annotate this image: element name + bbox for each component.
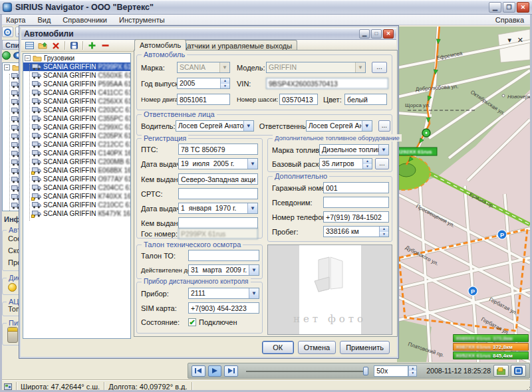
tree-root-row[interactable]: − Грузовики: [23, 54, 130, 62]
menu-item[interactable]: Вид: [31, 15, 57, 25]
panel-close-icon[interactable]: ✕: [517, 36, 523, 45]
connected-checkbox[interactable]: ✔: [188, 318, 196, 326]
vehicle-tree-item[interactable]: SCANIA GRIFFINС550ХЕ 61rus: [23, 71, 130, 80]
vehicle-tree-item[interactable]: SCANIA GRIFFINС203СС 61rus: [23, 106, 130, 114]
year-stepper[interactable]: 2005▲▼: [177, 78, 230, 89]
pts-input[interactable]: [178, 144, 258, 155]
responsible-select[interactable]: Лосев Сергей Анатольевич▼: [306, 120, 372, 132]
vehicle-tree-item[interactable]: SCANIA GRIFFINС256ХХ 61rus: [23, 97, 130, 106]
srts-date-picker[interactable]: 1 января 1970 г.▼: [178, 203, 258, 214]
collapse-icon[interactable]: −: [25, 55, 31, 61]
issue-date-picker[interactable]: 19 июля 2005 г.▼: [178, 158, 258, 169]
vehicle-tree-item[interactable]: SCANIA GRIFFINС212СС 61rus: [23, 140, 130, 149]
vehicle-tree-item[interactable]: SCANIA GRIFFINС210СС 61rus: [23, 201, 130, 209]
driver-select[interactable]: Лосев Сергей Анатольевич▼: [176, 120, 254, 132]
tab-vehicle[interactable]: Автомобиль: [134, 39, 186, 50]
fuel-type-select[interactable]: Дизельное топливо▼: [319, 144, 389, 155]
dialog-close-button[interactable]: ✕: [383, 29, 394, 39]
parking-marker[interactable]: P: [468, 286, 477, 296]
vehicle-tree-item[interactable]: SCANIA GRIFFINС140РХ 161rus: [23, 149, 130, 157]
remove-button[interactable]: [99, 41, 111, 50]
tab-sensors[interactable]: Датчики и управляемые выходы: [177, 40, 297, 50]
list-view-button[interactable]: [23, 41, 35, 50]
color-input[interactable]: [344, 94, 387, 105]
vehicle-tree-item[interactable]: SCANIA GRIFFINР595АА 61rus: [23, 80, 130, 88]
spin-down-icon[interactable]: ▼: [380, 232, 388, 237]
vehicle-tree-item[interactable]: SCANIA GRIFFINК547УК 161rus: [23, 209, 130, 218]
play-button[interactable]: [208, 365, 222, 377]
close-button[interactable]: ✕: [517, 2, 529, 13]
vehicle-marker[interactable]: [422, 129, 430, 137]
fuel-rate-stepper[interactable]: 35 литров▲▼: [319, 158, 372, 169]
dialog-minimize-button[interactable]: ▁: [359, 29, 370, 39]
panel-collapse-icon[interactable]: ▾: [507, 36, 511, 45]
restore-button[interactable]: ❐: [503, 2, 515, 13]
globe-icon[interactable]: [2, 51, 11, 60]
vehicle-tree-item[interactable]: SCANIA GRIFFINС200МВ 61rus: [23, 157, 130, 166]
spin-up-icon[interactable]: ▲: [380, 227, 388, 232]
map-view[interactable]: Х292ХХ 61rus P P Ефремова Добролюбова ул…: [397, 27, 530, 362]
parking-marker[interactable]: P: [497, 230, 507, 239]
garage-input[interactable]: [323, 182, 389, 193]
sim-input[interactable]: [188, 302, 259, 314]
brand-select[interactable]: SCANIA▼: [177, 62, 230, 73]
collapse-icon[interactable]: −: [4, 64, 10, 70]
menu-item[interactable]: Карта: [0, 15, 31, 25]
spin-up-icon[interactable]: ▲: [221, 78, 229, 84]
speed-up-icon[interactable]: ▲: [409, 366, 416, 371]
chassis-input[interactable]: [279, 94, 318, 105]
persons-more-button[interactable]: ...: [378, 120, 390, 132]
ok-button[interactable]: ОК: [262, 341, 294, 354]
model-select[interactable]: GRIFFIN▼: [266, 62, 366, 73]
vehicle-tree-item[interactable]: SCANIA GRIFFINО977АУ 61rus: [23, 175, 130, 183]
speed-input[interactable]: [374, 365, 408, 377]
skip-start-button[interactable]: [192, 365, 205, 377]
slider-track[interactable]: [246, 371, 367, 372]
issued-by-input[interactable]: [178, 173, 258, 185]
spin-up-icon[interactable]: ▲: [363, 159, 372, 164]
dialog-title-bar[interactable]: Автомобили ▁ □ ✕: [21, 28, 396, 40]
minimize-button[interactable]: ▁: [489, 2, 501, 13]
menu-item[interactable]: Справочники: [57, 15, 113, 25]
srts-by-input[interactable]: [178, 217, 258, 229]
save-button[interactable]: [68, 41, 80, 50]
alias-input[interactable]: [323, 197, 389, 208]
slider-thumb[interactable]: [363, 367, 368, 375]
vehicle-tree-item[interactable]: SCANIA GRIFFINС411СС 61rus: [23, 88, 130, 97]
spin-down-icon[interactable]: ▼: [221, 84, 229, 89]
skip-end-button[interactable]: [224, 365, 238, 377]
srts-input[interactable]: [178, 188, 258, 199]
spin-down-icon[interactable]: ▼: [363, 164, 372, 169]
playback-slider[interactable]: [246, 367, 367, 375]
fuel-more-button[interactable]: ...: [375, 158, 389, 169]
brand-more-button[interactable]: ...: [372, 62, 387, 73]
add-button[interactable]: [86, 41, 98, 50]
vehicle-tree-item[interactable]: SCANIA GRIFFINР299РХ 61rus: [23, 62, 130, 71]
phone-input[interactable]: [323, 211, 389, 223]
menu-item-help[interactable]: Справка: [487, 15, 532, 25]
dialog-maximize-button[interactable]: □: [371, 29, 382, 39]
vehicles-tree[interactable]: − Грузовики SCANIA GRIFFINР299РХ 61rus S…: [23, 53, 131, 339]
map-mode-button[interactable]: [511, 365, 526, 377]
cancel-button[interactable]: Отмена: [298, 341, 336, 354]
vehicle-tree-item[interactable]: SCANIA GRIFFINЕ068ВХ 161rus: [23, 166, 130, 175]
device-select[interactable]: 2111▼: [188, 288, 259, 299]
vehicle-tree-item[interactable]: SCANIA GRIFFINС299ХС 61rus: [23, 123, 130, 132]
menu-item[interactable]: Инструменты: [113, 15, 171, 25]
speed-down-icon[interactable]: ▼: [409, 371, 416, 376]
report-button[interactable]: [493, 365, 509, 377]
add-group-button[interactable]: [37, 41, 49, 50]
mileage-stepper[interactable]: 338166 км▲▼: [323, 226, 389, 237]
vin-input[interactable]: [266, 78, 388, 89]
vehicle-tree-item[interactable]: SCANIA GRIFFINС205РХ 61rus: [23, 132, 130, 140]
apply-button[interactable]: Применить: [340, 341, 390, 354]
valid-until-picker[interactable]: 31 марта 2009 г.▼: [188, 264, 259, 276]
title-bar[interactable]: SIRIUS Navigator - ООО "Вертекс" ▁ ❐ ✕: [0, 0, 532, 15]
inspection-ticket-input[interactable]: [188, 250, 259, 261]
vehicle-tree-item[interactable]: SCANIA GRIFFINС355РС 61rus: [23, 114, 130, 123]
vehicle-tree-item[interactable]: SCANIA GRIFFINК740ХХ 161rus: [23, 192, 130, 201]
engine-input[interactable]: [177, 94, 230, 105]
delete-button[interactable]: [50, 41, 62, 50]
navigate-button[interactable]: [2, 27, 13, 37]
vehicle-tree-item[interactable]: SCANIA GRIFFINС204СС 61rus: [23, 183, 130, 192]
